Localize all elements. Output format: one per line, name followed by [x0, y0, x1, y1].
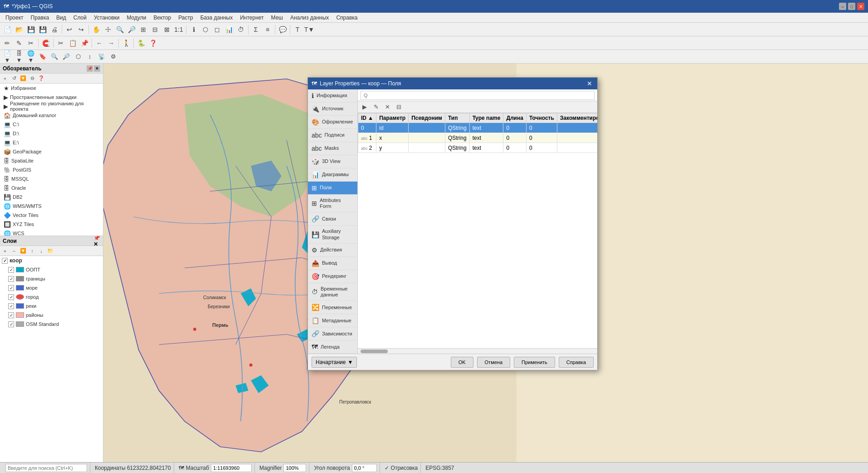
browser-item-db2[interactable]: 💾 DB2 [0, 192, 103, 202]
layer-districts-check[interactable] [8, 312, 14, 318]
layer-group-koor[interactable]: коор [0, 256, 103, 265]
nav-auxiliary[interactable]: 💾 Auxiliary Storage [308, 226, 357, 243]
bookmark-btn[interactable]: 🔖 [37, 51, 48, 62]
browser-collapse-btn[interactable]: ⊖ [28, 74, 36, 83]
browser-item-c[interactable]: 💻 C:\ [0, 120, 103, 129]
help-btn[interactable]: Справка [559, 357, 594, 368]
browser-item-wms[interactable]: 🌐 WMS/WMTS [0, 202, 103, 211]
browser-item-d[interactable]: 💻 D:\ [0, 129, 103, 138]
layer-bounds-check[interactable] [8, 276, 14, 282]
sel2-btn[interactable]: ⬡ [73, 51, 83, 62]
browser-item-oracle[interactable]: 🗄 Oracle [0, 183, 103, 192]
nav-temporal[interactable]: ⏱ Временные данные [308, 283, 357, 301]
layer-osm[interactable]: OSM Standard [0, 320, 103, 329]
nav-rendering[interactable]: 🎯 Рендеринг [308, 270, 357, 283]
move-btn[interactable]: ↕ [84, 51, 95, 62]
rotation-input[interactable] [352, 464, 377, 472]
layer-city[interactable]: город [0, 292, 103, 301]
back-btn[interactable]: ← [94, 38, 105, 49]
nav-relations[interactable]: 🔗 Связи [308, 212, 357, 226]
zoom-layer-btn[interactable]: ⊟ [150, 24, 161, 35]
col-comment[interactable]: Закомментировать [557, 113, 597, 123]
browser-item-spatialite[interactable]: 🗄 SpatiaLite [0, 156, 103, 165]
layer-districts[interactable]: районы [0, 310, 103, 320]
layer-btn[interactable]: 📄▼ [2, 51, 13, 62]
col-length[interactable]: Длина [503, 113, 526, 123]
menu-help[interactable]: Справка [332, 14, 361, 22]
map-area[interactable]: Соликамск Березники Пермь Петропавловск … [103, 64, 868, 462]
cancel-btn[interactable]: Отмена [477, 357, 510, 368]
paste-btn[interactable]: 📌 [79, 38, 90, 49]
layer-move-down-btn[interactable]: ↓ [37, 247, 45, 255]
maximize-button[interactable]: □ [848, 3, 855, 10]
layer-properties-dialog[interactable]: 🗺 Layer Properties — коор — Поля ✕ ℹ Инф… [307, 77, 598, 370]
nav-source[interactable]: 🔌 Источник [308, 103, 357, 116]
edit-field-btn[interactable]: ✎ [371, 102, 381, 112]
layer-sea-check[interactable] [8, 285, 14, 291]
copy-btn[interactable]: 📋 [67, 38, 78, 49]
layer-bounds[interactable]: границы [0, 274, 103, 283]
db-btn[interactable]: 🗄▼ [14, 51, 24, 62]
nav-fields[interactable]: ⊞ Поля [308, 182, 357, 195]
nav-diagrams[interactable]: 📊 Диаграммы [308, 168, 357, 182]
open-btn[interactable]: 📂 [14, 24, 24, 35]
save-as-btn[interactable]: 💾 [37, 24, 48, 35]
col-precision[interactable]: Точность [526, 113, 557, 123]
nav-style[interactable]: 🎨 Оформление [308, 116, 357, 129]
menu-settings[interactable]: Установки [90, 14, 123, 22]
menu-view[interactable]: Вид [53, 14, 70, 22]
menu-analysis[interactable]: Анализ данных [287, 14, 332, 22]
text-btn[interactable]: T [292, 24, 303, 35]
table-hscrollbar[interactable] [358, 348, 597, 354]
delete-field-btn[interactable]: ✕ [382, 102, 392, 112]
menu-edit[interactable]: Правка [27, 14, 53, 22]
undo-btn[interactable]: ↩ [64, 24, 75, 35]
zoom-extent-btn[interactable]: ⊞ [138, 24, 149, 35]
settings2-btn[interactable]: ⚙ [108, 51, 119, 62]
print-btn[interactable]: 🖨 [49, 24, 60, 35]
browser-item-default[interactable]: ▶ Размещение по умолчанию для проекта [0, 102, 103, 111]
close-button[interactable]: ✕ [857, 3, 864, 10]
apply-btn[interactable]: Применить [514, 357, 555, 368]
text2-btn[interactable]: T▼ [304, 24, 315, 35]
layers-pin-btn[interactable]: 📌 [93, 236, 100, 241]
browser-item-e[interactable]: 💻 E:\ [0, 138, 103, 147]
digitize3-btn[interactable]: ✂ [25, 38, 36, 49]
browser-filter-btn[interactable]: 🔽 [19, 74, 27, 83]
browser-item-favorites[interactable]: ★ Избранное [0, 84, 103, 93]
stats-btn[interactable]: 📊 [224, 24, 234, 35]
layer-group-btn[interactable]: 📁 [46, 247, 54, 255]
menu-raster[interactable]: Растр [175, 14, 196, 22]
ok-btn[interactable]: OK [451, 357, 473, 368]
nav-labels[interactable]: abc Подписи [308, 129, 357, 142]
layer-move-up-btn[interactable]: ↑ [28, 247, 36, 255]
browser-item-bookmarks[interactable]: ▶ Пространственные закладки [0, 93, 103, 102]
browser-item-vectortiles[interactable]: 🔷 Vector Tiles [0, 211, 103, 220]
pan-btn[interactable]: ✋ [91, 24, 102, 35]
pan2-btn[interactable]: ☩ [102, 24, 113, 35]
menu-layer[interactable]: Слой [70, 14, 90, 22]
list-btn[interactable]: ≡ [262, 24, 273, 35]
menu-plugins[interactable]: Модули [123, 14, 150, 22]
label-btn[interactable]: 💬 [277, 24, 288, 35]
zoom-native-btn[interactable]: 1:1 [173, 24, 184, 35]
remove-layer-btn[interactable]: − [10, 247, 18, 255]
layer-rivers[interactable]: реки [0, 301, 103, 310]
deselect-btn[interactable]: ◻ [212, 24, 223, 35]
zoom-out-btn[interactable]: 🔎 [126, 24, 137, 35]
fields-search-input[interactable] [361, 91, 595, 100]
browser-item-home[interactable]: 🏠 Домашний каталог [0, 111, 103, 120]
field-row-x[interactable]: abc 1 x QString text 0 0 [358, 133, 598, 143]
nav-legend[interactable]: 🗺 Легенда [308, 340, 357, 354]
col-param[interactable]: Параметр [376, 113, 409, 123]
menu-vector[interactable]: Вектор [150, 14, 175, 22]
save-btn[interactable]: 💾 [25, 24, 36, 35]
menu-database[interactable]: База данных [197, 14, 236, 22]
cut-btn[interactable]: ✂ [55, 38, 66, 49]
nav-masks[interactable]: abc Masks [308, 142, 357, 155]
layer-group-koor-check[interactable] [2, 258, 8, 264]
add-layer-btn[interactable]: + [1, 247, 9, 255]
calc-btn[interactable]: Σ [250, 24, 261, 35]
search-field-btn[interactable]: ⊟ [394, 102, 404, 112]
col-typename[interactable]: Type name [469, 113, 503, 123]
